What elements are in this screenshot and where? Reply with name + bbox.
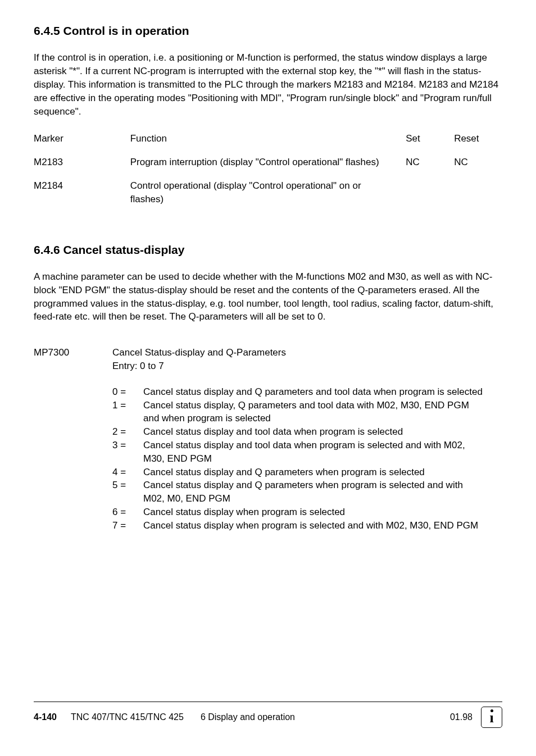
entry-desc: Cancel status display and Q parameters a… xyxy=(143,385,502,399)
section-heading-645: 6.4.5 Control is in operation xyxy=(34,22,502,39)
entry-desc: Cancel status display and Q parameters w… xyxy=(143,466,502,479)
entry-desc: Cancel status display when program is se… xyxy=(143,519,502,532)
mp-title: Cancel Status-display and Q-Parameters xyxy=(112,346,502,359)
entry-num: 4 = xyxy=(112,466,143,479)
footer-date: 01.98 xyxy=(450,711,473,723)
marker-table: Marker Function Set Reset M2183 Program … xyxy=(34,132,502,216)
cell-marker: M2184 xyxy=(34,179,130,216)
entry-num: 2 = xyxy=(112,425,143,439)
table-header-marker: Marker xyxy=(34,132,130,156)
entry-desc: Cancel status display and Q parameters w… xyxy=(143,479,502,505)
table-header-set: Set xyxy=(406,132,454,156)
entry-num: 3 = xyxy=(112,439,143,466)
entry-num: 0 = xyxy=(112,385,143,399)
list-item: 1 = Cancel status display, Q parameters … xyxy=(112,399,502,426)
info-icon-glyph: ı xyxy=(489,711,493,725)
entry-num: 1 = xyxy=(112,399,143,426)
list-item: 2 = Cancel status display and tool data … xyxy=(112,425,502,439)
footer-page-number: 4-140 xyxy=(34,711,57,723)
page-footer: 4-140 TNC 407/TNC 415/TNC 425 6 Display … xyxy=(34,702,502,728)
entry-list: 0 = Cancel status display and Q paramete… xyxy=(112,385,502,532)
entry-desc: Cancel status display and tool data when… xyxy=(143,439,502,466)
mp-entry: Entry: 0 to 7 xyxy=(112,359,502,373)
list-item: 7 = Cancel status display when program i… xyxy=(112,519,502,532)
list-item: 5 = Cancel status display and Q paramete… xyxy=(112,479,502,505)
list-item: 4 = Cancel status display and Q paramete… xyxy=(112,466,502,479)
entry-desc: Cancel status display, Q parameters and … xyxy=(143,399,502,426)
cell-reset xyxy=(454,179,502,216)
list-item: 6 = Cancel status display when program i… xyxy=(112,505,502,519)
entry-num: 7 = xyxy=(112,519,143,532)
table-row: M2183 Program interruption (display "Con… xyxy=(34,156,502,179)
list-item: 0 = Cancel status display and Q paramete… xyxy=(112,385,502,399)
cell-marker: M2183 xyxy=(34,156,130,179)
entry-desc: Cancel status display when program is se… xyxy=(143,505,502,519)
cell-reset: NC xyxy=(454,156,502,179)
cell-set xyxy=(406,179,454,216)
table-header-function: Function xyxy=(130,132,406,156)
entry-desc: Cancel status display and tool data when… xyxy=(143,425,502,439)
footer-section: 6 Display and operation xyxy=(201,711,450,723)
section-645-paragraph: If the control is in operation, i.e. a p… xyxy=(34,51,502,118)
table-row: M2184 Control operational (display "Cont… xyxy=(34,179,502,216)
entry-num: 6 = xyxy=(112,505,143,519)
entry-num: 5 = xyxy=(112,479,143,505)
table-header-reset: Reset xyxy=(454,132,502,156)
cell-set: NC xyxy=(406,156,454,179)
mp-label: MP7300 xyxy=(34,346,112,532)
cell-function: Control operational (display "Control op… xyxy=(130,179,406,216)
mp-block: MP7300 Cancel Status-display and Q-Param… xyxy=(34,346,502,532)
footer-model: TNC 407/TNC 415/TNC 425 xyxy=(71,711,184,723)
list-item: 3 = Cancel status display and tool data … xyxy=(112,439,502,466)
section-646-paragraph: A machine parameter can be used to decid… xyxy=(34,270,502,324)
section-heading-646: 6.4.6 Cancel status-display xyxy=(34,242,502,258)
info-icon: ı xyxy=(481,707,502,728)
cell-function: Program interruption (display "Control o… xyxy=(130,156,406,179)
